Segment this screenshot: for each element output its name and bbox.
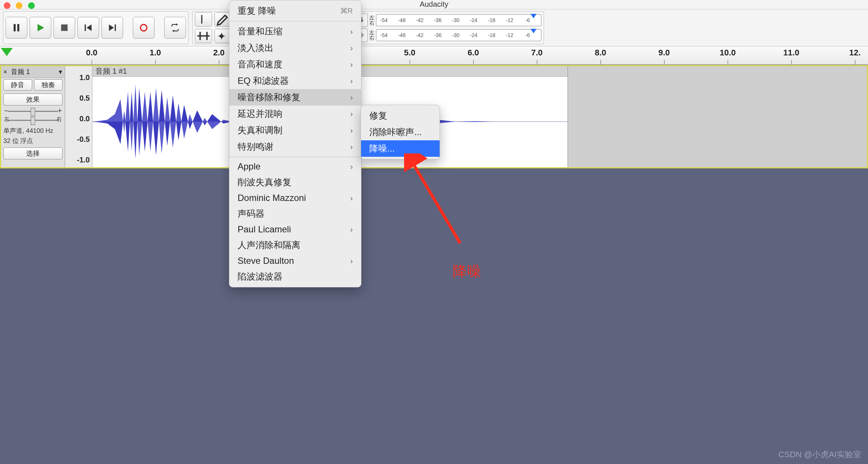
timeline-ruler[interactable]: 0.01.02.03.04.05.06.07.08.09.010.011.012… — [0, 46, 868, 65]
waveform-empty-region — [568, 66, 867, 167]
menu-item-label: 特别鸣谢 — [238, 141, 273, 153]
meter-tick: -18 — [488, 17, 495, 23]
amp-label: 0.0 — [79, 115, 90, 123]
minimize-icon[interactable] — [16, 2, 22, 9]
ruler-tick: 12. — [849, 48, 861, 58]
effects-button[interactable]: 效果 — [3, 94, 62, 106]
recording-meter[interactable]: -54-48-42-36-30-24-18-12-6 — [376, 14, 541, 26]
menu-item-label: 淡入淡出 — [238, 42, 273, 54]
effects-context-menu[interactable]: 重复 降噪⌘R音量和压缩›淡入淡出›音高和速度›EQ 和滤波器›噪音移除和修复›… — [229, 0, 361, 287]
svg-rect-1 — [17, 24, 19, 31]
menu-item-label: 失真和调制 — [238, 124, 282, 136]
svg-rect-0 — [13, 24, 15, 31]
menu-item[interactable]: Steve Daulton› — [229, 253, 361, 268]
play-button[interactable] — [30, 17, 51, 39]
menu-item[interactable]: Paul Licameli› — [229, 222, 361, 237]
record-button[interactable] — [133, 17, 155, 39]
zoom-icon[interactable] — [28, 2, 35, 9]
menu-item[interactable]: 延迟并混响› — [229, 106, 361, 122]
svg-marker-6 — [109, 24, 114, 31]
menu-item[interactable]: 重复 降噪⌘R — [229, 3, 361, 19]
menu-item[interactable]: 人声消除和隔离 — [229, 237, 361, 253]
menu-item-label: Steve Daulton — [238, 256, 294, 266]
envelope-tool-button[interactable] — [195, 29, 212, 43]
ruler-tick: 10.0 — [720, 48, 736, 58]
track-name[interactable]: 音频 1 — [9, 67, 56, 76]
solo-button[interactable]: 独奏 — [34, 79, 63, 91]
playback-meter[interactable]: -54-48-42-36-30-24-18-12-6 — [376, 29, 541, 41]
track-header: × 音频 1 ▾ — [1, 66, 65, 78]
track-menu-button[interactable]: ▾ — [56, 68, 65, 76]
amp-label: 1.0 — [79, 73, 90, 82]
chevron-right-icon: › — [350, 60, 353, 69]
menu-item[interactable]: 特别鸣谢› — [229, 138, 361, 155]
ruler-tick: 1.0 — [150, 48, 161, 58]
menu-item-label: 音高和速度 — [238, 58, 282, 70]
chevron-right-icon: › — [350, 143, 353, 151]
menu-item[interactable]: 淡入淡出› — [229, 40, 361, 56]
amplitude-scale: 1.00.50.0-0.5-1.0 — [65, 66, 92, 167]
close-icon[interactable] — [4, 2, 10, 9]
meter-marker-icon — [531, 29, 537, 33]
submenu-item[interactable]: 消除咔嚓声... — [361, 124, 440, 140]
chevron-right-icon: › — [350, 162, 353, 171]
gain-slider[interactable]: −+ — [4, 108, 62, 115]
mute-button[interactable]: 静音 — [3, 79, 32, 91]
pause-button[interactable] — [6, 17, 27, 39]
menu-item[interactable]: 音量和压缩› — [229, 23, 361, 40]
svg-rect-3 — [61, 24, 67, 31]
meter-tick: -36 — [434, 32, 441, 38]
meter-tick: -54 — [380, 17, 388, 23]
meter-tick: -24 — [470, 17, 477, 23]
submenu-item[interactable]: 修复 — [361, 107, 440, 124]
track-close-button[interactable]: × — [1, 68, 9, 76]
menu-item-label: 延迟并混响 — [238, 108, 282, 120]
submenu-item-label: 修复 — [369, 110, 387, 122]
track-select-button[interactable]: 选择 — [3, 147, 62, 159]
window-chrome: Audacity I ✦ — [0, 0, 868, 65]
stop-button[interactable] — [54, 17, 75, 39]
menu-item-label: EQ 和滤波器 — [238, 75, 289, 87]
playhead-icon[interactable] — [1, 48, 13, 56]
svg-marker-2 — [37, 24, 44, 31]
menu-item-label: Apple — [238, 161, 260, 172]
skip-end-button[interactable] — [101, 17, 123, 39]
loop-button[interactable] — [164, 17, 186, 39]
meter-tick: -30 — [452, 32, 459, 38]
chevron-right-icon: › — [350, 44, 353, 52]
waveform-area[interactable]: 音频 1 #1 — [92, 66, 867, 167]
menu-item-label: 重复 降噪 — [238, 5, 276, 17]
noise-removal-submenu[interactable]: 修复消除咔嚓声...降噪... — [361, 105, 440, 159]
menu-item[interactable]: 音高和速度› — [229, 56, 361, 73]
submenu-item-label: 消除咔嚓声... — [369, 126, 422, 138]
menu-item[interactable]: 噪音移除和修复› — [229, 89, 361, 106]
chevron-right-icon: › — [350, 110, 353, 118]
meter-tick: -42 — [416, 17, 424, 23]
menu-item[interactable]: EQ 和滤波器› — [229, 73, 361, 89]
ruler-tick: 2.0 — [213, 48, 225, 58]
menu-item[interactable]: Apple› — [229, 159, 361, 174]
recording-meter-row: 左 右 -54-48-42-36-30-24-18-12-6 — [354, 13, 541, 27]
menu-item[interactable]: 削波失真修复 — [229, 174, 361, 190]
ruler-tick: 5.0 — [404, 48, 416, 58]
menu-item[interactable]: 失真和调制› — [229, 122, 361, 138]
transport-group — [3, 11, 189, 44]
selection-tool-button[interactable]: I — [195, 12, 212, 27]
pan-slider[interactable]: 左右 — [4, 117, 62, 123]
meter-tick: -12 — [506, 17, 513, 23]
menu-item-label: 声码器 — [238, 208, 265, 220]
amp-label: -0.5 — [77, 135, 90, 144]
svg-rect-4 — [85, 24, 86, 31]
menu-item[interactable]: Dominic Mazzoni› — [229, 190, 361, 205]
skip-start-button[interactable] — [77, 17, 99, 39]
menu-item-label: 音量和压缩 — [238, 25, 282, 37]
chevron-right-icon: › — [350, 257, 353, 265]
meter-tick: -54 — [380, 32, 388, 38]
ruler-tick: 6.0 — [468, 48, 479, 58]
meter-tick: -6 — [525, 32, 530, 38]
menu-item[interactable]: 声码器 — [229, 205, 361, 222]
ruler-tick: 8.0 — [595, 48, 606, 58]
chevron-right-icon: › — [350, 27, 353, 36]
menu-item[interactable]: 陷波滤波器 — [229, 268, 361, 285]
svg-text:I: I — [200, 12, 204, 26]
